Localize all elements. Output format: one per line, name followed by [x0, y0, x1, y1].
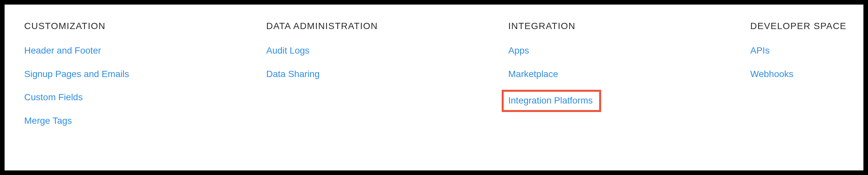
- heading-customization: CUSTOMIZATION: [24, 21, 106, 31]
- heading-developer-space: DEVELOPER SPACE: [750, 21, 846, 31]
- column-data-administration: DATA ADMINISTRATION Audit Logs Data Shar…: [266, 21, 508, 154]
- link-marketplace[interactable]: Marketplace: [508, 69, 558, 80]
- link-data-sharing[interactable]: Data Sharing: [266, 69, 319, 80]
- link-signup-pages-and-emails[interactable]: Signup Pages and Emails: [24, 69, 129, 80]
- column-developer-space: DEVELOPER SPACE APIs Webhooks: [750, 21, 846, 154]
- link-integration-platforms[interactable]: Integration Platforms: [502, 90, 601, 112]
- link-custom-fields[interactable]: Custom Fields: [24, 92, 83, 103]
- link-audit-logs[interactable]: Audit Logs: [266, 45, 309, 56]
- settings-nav-panel: CUSTOMIZATION Header and Footer Signup P…: [5, 5, 863, 170]
- link-apps[interactable]: Apps: [508, 45, 529, 56]
- column-integration: INTEGRATION Apps Marketplace Integration…: [508, 21, 750, 154]
- link-merge-tags[interactable]: Merge Tags: [24, 115, 72, 126]
- heading-integration: INTEGRATION: [508, 21, 576, 31]
- heading-data-administration: DATA ADMINISTRATION: [266, 21, 378, 31]
- link-webhooks[interactable]: Webhooks: [750, 69, 794, 80]
- link-apis[interactable]: APIs: [750, 45, 770, 56]
- column-customization: CUSTOMIZATION Header and Footer Signup P…: [24, 21, 266, 154]
- link-header-and-footer[interactable]: Header and Footer: [24, 45, 101, 56]
